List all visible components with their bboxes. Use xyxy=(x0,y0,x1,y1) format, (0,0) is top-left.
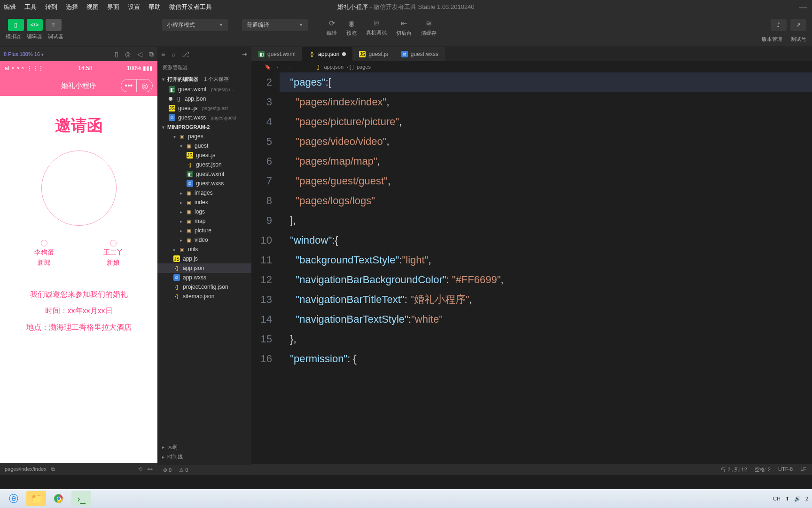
device-selector[interactable]: 8 Plus 100% 16 ▾ xyxy=(4,51,44,57)
folder-utils[interactable]: ▸▣utils xyxy=(157,245,251,254)
folder[interactable]: ▸▣logs xyxy=(157,207,251,216)
invite-title: 邀请函 xyxy=(9,115,148,136)
encoding[interactable]: UTF-8 xyxy=(778,466,793,473)
tab[interactable]: JSguest.js xyxy=(352,47,394,61)
open-file[interactable]: ⧄guest.wxsspages\guest xyxy=(157,113,251,122)
editor-label: 编辑器 xyxy=(27,33,42,40)
bc-list-icon[interactable]: ≡ xyxy=(257,64,260,70)
file[interactable]: ⧄app.wxss xyxy=(157,273,251,282)
tab[interactable]: ⧄guest.wxss xyxy=(395,47,445,61)
popout-icon[interactable]: ⧉ xyxy=(149,50,154,58)
menu-edit[interactable]: 编辑 xyxy=(4,3,16,11)
terminal-icon[interactable]: ›_ xyxy=(71,491,91,506)
eol[interactable]: LF xyxy=(800,466,806,473)
warning-count[interactable]: ⚠ 0 xyxy=(179,467,188,473)
indent[interactable]: 空格: 2 xyxy=(755,466,771,473)
bc-bookmark-icon[interactable]: 🔖 xyxy=(265,64,271,70)
file[interactable]: {}project.config.json xyxy=(157,282,251,292)
file-appjson[interactable]: {}app.json xyxy=(157,263,251,273)
menu-ui[interactable]: 界面 xyxy=(107,3,119,11)
more-icon[interactable]: ••• xyxy=(147,466,153,472)
debugger-toggle[interactable]: ≡ xyxy=(46,19,62,31)
simulator-toggle[interactable]: ▯ xyxy=(8,19,24,31)
search-icon[interactable]: ⌕ xyxy=(172,50,175,58)
test-label: 测试号 xyxy=(791,36,806,43)
compile-dropdown[interactable]: 普通编译▼ xyxy=(242,19,308,31)
simulator-status: pages/index/index ⧉ ⟲ ••• xyxy=(0,463,157,475)
compile-button[interactable]: ⟳编译 xyxy=(327,19,337,37)
collapse-icon[interactable]: ⇥ xyxy=(242,50,248,58)
file[interactable]: ◧guest.wxml xyxy=(157,169,251,179)
code-body[interactable]: "pages":[ "pages/index/index", "pages/pi… xyxy=(280,72,812,464)
explorer-icon[interactable]: 📁 xyxy=(26,491,46,506)
page-path: pages/index/index xyxy=(5,466,47,472)
ime-indicator: CH xyxy=(773,496,781,501)
breadcrumb: ≡ 🔖 ← → {}app.json › [ ] pages xyxy=(251,61,812,72)
preview-button[interactable]: ◉预览 xyxy=(346,19,357,37)
refresh-icon[interactable]: ⟲ xyxy=(138,466,142,472)
main: 8 Plus 100% 16 ▾ ▯ ◎ ◁ ⧉ at ⚬⚬⚬ ⋮⋮⋮ 14:5… xyxy=(0,47,812,475)
menu-wechat[interactable]: 微信开发者工具 xyxy=(169,3,212,11)
folder-guest[interactable]: ▾▣guest xyxy=(157,141,251,151)
copy-icon[interactable]: ⧉ xyxy=(51,466,55,472)
nav-title: 婚礼小程序 xyxy=(61,81,96,90)
editor-toggle[interactable]: </> xyxy=(27,19,43,31)
git-icon[interactable]: ⎇ xyxy=(182,50,189,58)
device-icon[interactable]: ▯ xyxy=(115,50,118,58)
menu-tools[interactable]: 工具 xyxy=(24,3,37,11)
open-file[interactable]: ◧guest.wxmlpages\gu... xyxy=(157,85,251,94)
file[interactable]: {}guest.json xyxy=(157,160,251,169)
menu-view[interactable]: 视图 xyxy=(86,3,99,11)
invite-text: 我们诚邀您来参加我们的婚礼 时间：xx年xx月xx日 地点：渤海理工香格里拉大酒… xyxy=(9,286,148,336)
version-button[interactable]: ⤴ xyxy=(771,19,787,31)
file[interactable]: ⧄guest.wxss xyxy=(157,179,251,188)
record-icon[interactable]: ◎ xyxy=(125,50,131,58)
folder[interactable]: ▸▣picture xyxy=(157,226,251,235)
capsule[interactable]: •••◎ xyxy=(121,79,153,92)
system-tray[interactable]: CH ⬆ 🔊 2 xyxy=(773,496,808,502)
phone-nav-bar: 婚礼小程序 •••◎ xyxy=(0,75,157,96)
folder-pages[interactable]: ▾▣pages xyxy=(157,132,251,141)
chrome-icon[interactable] xyxy=(49,491,69,506)
open-file[interactable]: {}app.json xyxy=(157,94,251,103)
menu-goto[interactable]: 转到 xyxy=(45,3,57,11)
remote-debug-button[interactable]: ⎚真机调试 xyxy=(366,19,387,37)
tab[interactable]: ◧guest.wxml xyxy=(251,47,302,61)
version-label: 版本管理 xyxy=(762,36,782,43)
code-area[interactable]: 234 567 8910 111213 141516 "pages":[ "pa… xyxy=(251,72,812,464)
tab-active[interactable]: {}app.json xyxy=(302,47,352,61)
open-editors-section[interactable]: ▾打开的编辑器 1 个未保存 xyxy=(157,74,251,85)
folder[interactable]: ▸▣map xyxy=(157,216,251,226)
menu-select[interactable]: 选择 xyxy=(66,3,78,11)
menu-settings[interactable]: 设置 xyxy=(128,3,140,11)
clock: 2 xyxy=(805,496,808,501)
folder[interactable]: ▸▣video xyxy=(157,235,251,245)
folder[interactable]: ▸▣index xyxy=(157,198,251,207)
file[interactable]: JSapp.js xyxy=(157,254,251,263)
phone-time: 14:58 xyxy=(78,65,92,71)
debugger-label: 调试器 xyxy=(48,33,63,40)
minimize-button[interactable]: — xyxy=(799,2,807,12)
open-file[interactable]: JSguest.jspages\guest xyxy=(157,103,251,113)
explorer-panel: ≡ ⌕ ⎇ ⇥ 资源管理器 ▾打开的编辑器 1 个未保存 ◧guest.wxml… xyxy=(157,47,251,475)
folder[interactable]: ▸▣images xyxy=(157,188,251,198)
mute-icon[interactable]: ◁ xyxy=(137,50,142,58)
project-section[interactable]: ▾MINIPROGRAM-2 xyxy=(157,122,251,132)
list-icon[interactable]: ≡ xyxy=(161,50,165,58)
bc-back-icon[interactable]: ← xyxy=(276,64,281,70)
mode-dropdown[interactable]: 小程序模式▼ xyxy=(162,19,228,31)
error-count[interactable]: ⊘ 0 xyxy=(163,467,172,473)
cursor-pos[interactable]: 行 2 , 列 12 xyxy=(721,466,747,473)
file[interactable]: {}sitemap.json xyxy=(157,292,251,301)
ie-icon[interactable]: ⓔ xyxy=(4,491,23,506)
outline-section[interactable]: ▸大纲 xyxy=(162,442,247,452)
bc-forward-icon[interactable]: → xyxy=(286,64,291,70)
test-button[interactable]: ↗ xyxy=(790,19,806,31)
explorer-bottom: ▸大纲 ▸时间线 xyxy=(157,439,251,465)
clear-cache-button[interactable]: ≋清缓存 xyxy=(421,19,437,37)
background-button[interactable]: ⇤切后台 xyxy=(396,19,412,37)
menu-help[interactable]: 帮助 xyxy=(148,3,161,11)
timeline-section[interactable]: ▸时间线 xyxy=(162,452,247,462)
file[interactable]: JSguest.js xyxy=(157,151,251,160)
taskbar[interactable]: ⓔ 📁 ›_ CH ⬆ 🔊 2 xyxy=(0,489,812,508)
